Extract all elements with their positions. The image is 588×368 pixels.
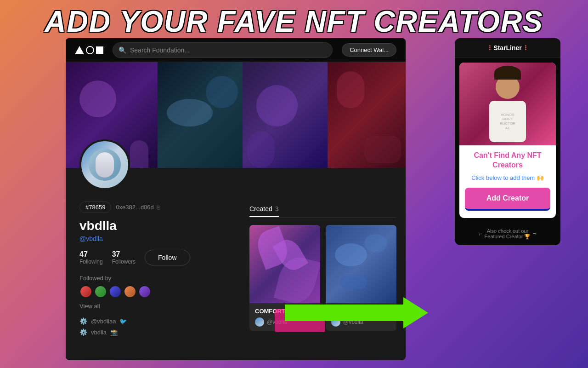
instagram-icon: 📸 — [110, 329, 118, 336]
featured-also-text: Also check out our — [487, 228, 529, 234]
settings-icon: ⚙️ — [79, 317, 87, 325]
tabs-row: Created 3 — [249, 201, 396, 218]
bracket-right: ¬ — [532, 230, 536, 237]
starliner-header: ⫶ StarLiner ⫶ — [455, 38, 560, 58]
page-heading: ADD YOUR FAVE NFT CREATORS — [0, 0, 588, 42]
banner-4 — [328, 62, 406, 168]
foundation-logo — [75, 46, 103, 54]
wallet-address: 0xe382...d06d ⎘ — [116, 204, 159, 211]
connect-wallet-button[interactable]: Connect Wal... — [342, 43, 396, 57]
following-stat: 47 Following — [79, 250, 103, 265]
featured-label: Featured Creator 🏆 — [485, 234, 531, 239]
twitter-icon: 🐦 — [119, 318, 127, 325]
settings-icon-2: ⚙️ — [79, 328, 87, 336]
follower-avatar-1 — [79, 285, 92, 298]
starliner-logo: ⫶ StarLiner ⫶ — [460, 44, 555, 52]
following-label: Following — [79, 259, 103, 265]
nft-image-2 — [326, 225, 396, 303]
instagram-handle: vbdlla — [91, 329, 107, 336]
starliner-card: HONORDOCTRUCTORAL Can't Find Any NFT Cre… — [459, 63, 556, 218]
logo-triangle — [75, 46, 84, 54]
twitter-handle: @vbdllaa — [91, 318, 116, 325]
profile-badges: #78659 0xe382...d06d ⎘ — [79, 201, 226, 213]
following-count: 47 — [79, 250, 103, 259]
copy-icon[interactable]: ⎘ — [157, 204, 160, 211]
featured-creator-bar: ⌐ Also check out our Featured Creator 🏆 … — [455, 223, 560, 245]
creator-mini-avatar-1 — [255, 317, 264, 327]
follower-avatars — [79, 285, 226, 298]
green-arrow — [285, 299, 432, 327]
tab-count: 3 — [275, 205, 279, 213]
followers-stat: 37 Followers — [112, 250, 136, 265]
profile-stats: 47 Following 37 Followers Follow — [79, 250, 226, 265]
profile-handle: @vbdlla — [79, 235, 226, 242]
creator-hair — [494, 66, 521, 80]
logo-circle — [86, 46, 94, 54]
follow-button[interactable]: Follow — [145, 250, 190, 265]
star-stripes-left: ⫶ — [488, 44, 492, 52]
creator-photo: HONORDOCTRUCTORAL — [459, 63, 556, 145]
view-all-link[interactable]: View all — [79, 303, 100, 310]
banner-3 — [243, 62, 328, 168]
followers-count: 37 — [112, 250, 136, 259]
avatar — [79, 139, 130, 190]
add-creator-button[interactable]: Add Creator — [465, 188, 550, 211]
search-placeholder: Search Foundation... — [130, 46, 190, 54]
follower-avatar-4 — [124, 285, 136, 298]
twitter-link[interactable]: ⚙️ @vbdllaa 🐦 — [79, 317, 226, 325]
banner-2 — [158, 62, 243, 168]
starliner-name: StarLiner — [493, 44, 521, 52]
profile-content: #78659 0xe382...d06d ⎘ vbdlla @vbdlla 47… — [66, 197, 240, 344]
cant-find-text: Can't Find Any NFT Creators — [459, 145, 556, 172]
click-below-text: Click below to add them 🙌 — [459, 172, 556, 188]
tab-created[interactable]: Created 3 — [249, 201, 279, 217]
featured-text: ⌐ Also check out our Featured Creator 🏆 … — [460, 228, 555, 240]
profile-name: vbdlla — [79, 218, 226, 233]
arrow-body — [285, 305, 404, 321]
star-stripes-right: ⫶ — [524, 44, 527, 52]
search-icon: 🔍 — [119, 46, 126, 54]
nft-image-1 — [249, 225, 320, 303]
logo-square — [96, 46, 103, 54]
social-links: ⚙️ @vbdllaa 🐦 ⚙️ vbdlla 📸 — [79, 317, 226, 336]
follower-avatar-2 — [94, 285, 107, 298]
creator-body: HONORDOCTRUCTORAL — [489, 101, 526, 142]
starliner-panel: ⫶ StarLiner ⫶ HONORDOCTRUCTORAL Can't Fi… — [455, 38, 560, 245]
foundation-header: 🔍 Search Foundation... Connect Wal... — [66, 38, 406, 62]
instagram-link[interactable]: ⚙️ vbdlla 📸 — [79, 328, 226, 336]
badge-number: #78659 — [79, 201, 111, 213]
avatar-section — [79, 139, 130, 190]
follower-avatar-3 — [109, 285, 122, 298]
followers-label: Followers — [112, 259, 136, 265]
followed-by-label: Followed by — [79, 275, 226, 282]
bracket-left: ⌐ — [479, 230, 482, 237]
search-bar[interactable]: 🔍 Search Foundation... — [113, 42, 333, 58]
follower-avatar-5 — [138, 285, 151, 298]
